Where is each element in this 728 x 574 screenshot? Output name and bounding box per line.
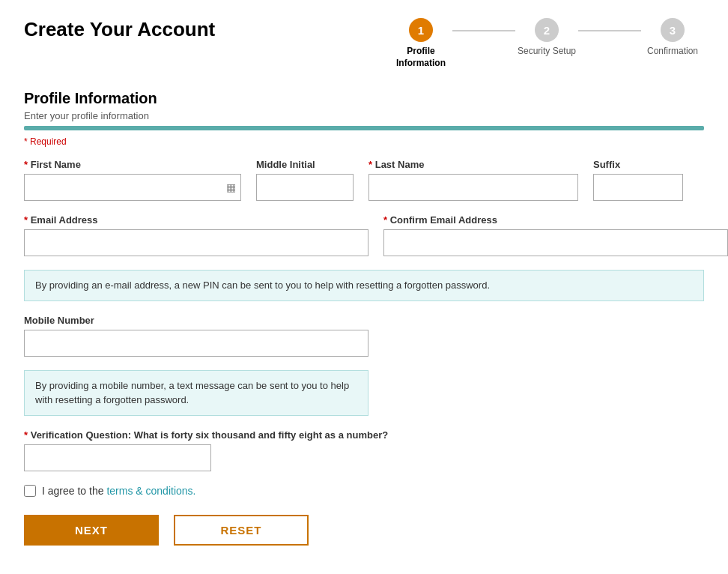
mobile-label: Mobile Number — [24, 315, 368, 326]
middle-initial-group: Middle Initial — [256, 159, 354, 201]
email-input[interactable] — [24, 229, 368, 256]
confirm-email-label: * Confirm Email Address — [383, 214, 728, 226]
reset-button[interactable]: RESET — [174, 515, 309, 546]
confirm-email-input[interactable] — [383, 229, 728, 256]
step-1: 1 ProfileInformation — [389, 18, 452, 69]
verification-row: * Verification Question: What is forty s… — [24, 429, 704, 471]
mobile-row: Mobile Number — [24, 315, 704, 357]
middle-initial-input[interactable] — [256, 174, 354, 201]
terms-link[interactable]: terms & conditions. — [106, 485, 195, 497]
first-name-input-wrap: ▦ — [24, 174, 241, 201]
verification-input[interactable] — [24, 444, 211, 471]
first-name-label: * First Name — [24, 159, 241, 170]
suffix-input[interactable] — [593, 174, 683, 201]
suffix-group: Suffix — [593, 159, 683, 201]
step-3-label: Confirmation — [647, 46, 698, 58]
verification-group: * Verification Question: What is forty s… — [24, 429, 388, 471]
last-name-group: * Last Name — [368, 159, 578, 201]
step-connector-1 — [452, 30, 515, 31]
confirm-email-group: * Confirm Email Address — [383, 214, 728, 256]
step-3: 3 Confirmation — [641, 18, 704, 58]
step-3-circle: 3 — [661, 18, 685, 42]
mobile-input[interactable] — [24, 330, 368, 357]
section-title: Profile Information — [24, 90, 704, 107]
email-row: * Email Address * Confirm Email Address — [24, 214, 704, 256]
email-info-box: By providing an e-mail address, a new PI… — [24, 270, 704, 301]
terms-label[interactable]: I agree to the terms & conditions. — [42, 485, 195, 497]
terms-checkbox[interactable] — [24, 485, 36, 497]
middle-initial-label: Middle Initial — [256, 159, 354, 170]
email-label: * Email Address — [24, 214, 368, 226]
name-row: * First Name ▦ Middle Initial * Last Nam… — [24, 159, 704, 201]
step-2-label: Security Setup — [518, 46, 576, 58]
step-2-circle: 2 — [535, 18, 559, 42]
stepper: 1 ProfileInformation 2 Security Setup 3 … — [389, 18, 704, 69]
first-name-group: * First Name ▦ — [24, 159, 241, 201]
step-1-label: ProfileInformation — [396, 46, 446, 69]
button-row: NEXT RESET — [24, 515, 704, 546]
mobile-info-box: By providing a mobile number, a text mes… — [24, 370, 368, 416]
step-2: 2 Security Setup — [515, 18, 578, 58]
next-button[interactable]: NEXT — [24, 515, 159, 546]
mobile-group: Mobile Number — [24, 315, 368, 357]
verification-label: * Verification Question: What is forty s… — [24, 429, 388, 441]
step-1-circle: 1 — [409, 18, 433, 42]
teal-divider — [24, 126, 704, 130]
last-name-input[interactable] — [368, 174, 578, 201]
suffix-label: Suffix — [593, 159, 683, 170]
required-note: * Required — [24, 136, 704, 147]
first-name-input[interactable] — [24, 174, 241, 201]
header: Create Your Account 1 ProfileInformation… — [24, 18, 704, 69]
section-subtitle: Enter your profile information — [24, 110, 704, 121]
page-title: Create Your Account — [24, 18, 215, 41]
step-connector-2 — [578, 30, 641, 31]
email-group: * Email Address — [24, 214, 368, 256]
terms-row: I agree to the terms & conditions. — [24, 485, 704, 497]
last-name-label: * Last Name — [368, 159, 578, 170]
